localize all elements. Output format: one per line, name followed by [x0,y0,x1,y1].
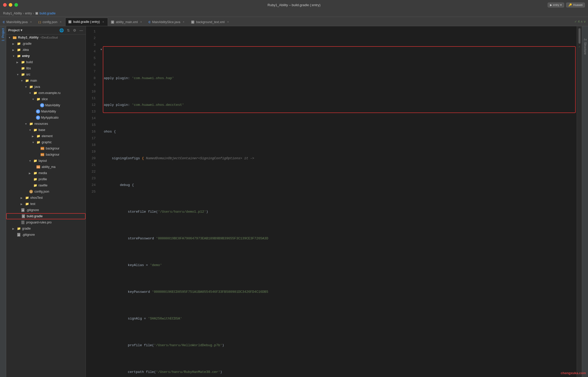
window-title: Ruby1_Ability – build.gradle (:entry) [268,3,320,7]
sidebar-icon-arrows[interactable]: ⇅ [66,28,70,33]
sidebar-item-mainability[interactable]: ▶ C MainAbility [6,108,86,115]
build-gradle-icon: G [21,214,25,218]
tab-mainability-java[interactable]: C MainAbility.java × [0,18,35,26]
sidebar-item-media[interactable]: ▶ 📁 media [6,170,86,176]
code-line-6: storeFile file('/Users/hanru/demo1.p12') [104,209,578,215]
project-folder-icon [13,35,17,40]
sidebar-item-base[interactable]: ▼ 📁 base [6,127,86,133]
sidebar-item-mainabilityslice[interactable]: ▶ C MainAbility [6,102,86,108]
tab-close-4[interactable]: × [139,20,143,24]
image-file-icon-1: IMG [40,146,44,150]
tab-ability-main-xml[interactable]: X ability_main.xml × [108,18,146,26]
code-line-7: storePassword '00000019BC8FA790647973EAB… [104,235,578,242]
tab-mainabilityslice-java[interactable]: C MainAbilitySlice.java × [146,18,188,26]
minimize-button[interactable] [9,3,12,7]
close-button[interactable] [3,3,7,7]
tab-build-gradle[interactable]: G build.gradle (:entry) × [65,18,108,26]
watermark: chengxuka.com [561,371,586,375]
proguard-icon [21,220,25,224]
svg-text:XML: XML [37,166,40,168]
sidebar-item-backgrour-2[interactable]: ▶ IMG backgrour [6,152,86,158]
sidebar-item-backgrour-1[interactable]: ▶ IMG backgrour [6,145,86,152]
svg-rect-9 [13,36,14,37]
tab-close-2[interactable]: × [59,20,62,24]
code-line-2: apply plugin: 'com.huawei.ohos.decctest' [104,102,578,108]
editor-content[interactable]: 1 2 3 4 5 6 7 8 9 10 11 12 13 14 15 16 1… [86,26,582,377]
sidebar-item-entry[interactable]: ▼ 📁 entry [6,53,86,59]
sidebar-item-gradle-folder[interactable]: ▶ 📁 gradle [6,225,86,232]
svg-text:.git: .git [22,210,24,211]
code-line-3: ohos { [104,128,578,135]
huawei-button[interactable]: 🔑 Huawei [566,3,585,7]
svg-text:IMG: IMG [41,154,44,156]
tab-close-3[interactable]: × [102,20,105,24]
sidebar-icon-minimize[interactable]: — [79,28,84,33]
sidebar-item-layout[interactable]: ▼ 📁 layout [6,158,86,164]
sidebar-item-test[interactable]: ▶ 📁 test [6,201,86,207]
project-tab[interactable]: 1: Project [1,28,5,41]
sidebar-icon-globe[interactable]: 🌐 [59,28,64,33]
sidebar-item-build-gradle[interactable]: ▶ G build.gradle [6,213,86,219]
sidebar-item-main[interactable]: ▼ 📁 main [6,78,86,84]
sidebar-item-libs[interactable]: ▶ 📁 libs [6,65,86,71]
sidebar-item-gradle-dir[interactable]: ▶ 📁 .gradle [6,41,86,47]
sidebar-item-profile[interactable]: ▶ 📁 profile [6,176,86,182]
sidebar-item-slice[interactable]: ▼ 📁 slice [6,96,86,102]
sidebar-item-idea[interactable]: ▶ 📁 .idea [6,47,86,53]
sidebar-item-graphic[interactable]: ▼ 📁 graphic [6,139,86,145]
code-line-10: signAlg = 'SHA256withECDSA' [104,315,578,322]
tab-config-json[interactable]: { } config.json × [35,18,65,26]
java-file-icon: C [3,21,5,24]
svg-text:.git: .git [18,234,20,236]
sidebar-item-java[interactable]: ▼ 📁 java [6,84,86,90]
sidebar-item-src[interactable]: ▼ 📁 src [6,71,86,78]
scrollbar-gutter: ✓ [577,26,582,377]
structure-tab[interactable]: Z: Structure [583,39,587,55]
java-file-icon-2: C [149,21,151,24]
sidebar-icon-gear[interactable]: ⚙ [72,28,77,33]
maximize-button[interactable] [14,3,18,7]
tab-background-text-xml[interactable]: X background_text.xml × [188,18,233,26]
sidebar-item-myapplication[interactable]: ▶ C MyApplicatio [6,115,86,121]
breadcrumb-part-3[interactable]: build.gradle [40,12,56,15]
line-numbers: 1 2 3 4 5 6 7 8 9 10 11 12 13 14 15 16 1… [86,26,99,377]
scrollbar-thumb[interactable] [578,28,581,44]
tab-close-1[interactable]: × [29,20,33,24]
sidebar-header: Project ▾ 🌐 ⇅ ⚙ — [6,26,86,34]
svg-text:{}: {} [31,191,32,193]
sidebar-item-gitignore-1[interactable]: ▶ .git .gitignore [6,207,86,213]
sidebar-item-root[interactable]: ▼ Ruby1_Ability ~/DevEcoStud [6,34,86,41]
breadcrumb-part-2[interactable]: entry [25,12,32,15]
sidebar-item-com-example[interactable]: ▼ 📁 com.example.ru [6,90,86,96]
sidebar-item-config-json[interactable]: ▶ {} config.json [6,188,86,195]
sidebar-item-build[interactable]: ▶ 📁 build [6,59,86,65]
code-line-12: certpath file('/Users/hanru/RubyHanMate3… [104,369,578,375]
sidebar-item-gitignore-root[interactable]: ▶ .git .gitignore [6,232,86,238]
sidebar-item-ability-ma[interactable]: ▶ XML ability_ma [6,164,86,170]
svg-text:X: X [192,21,194,23]
sidebar-item-ohostest[interactable]: ▶ 📁 ohosTest [6,195,86,201]
tab-counter: ✓ 4 ∧ ∨ [572,20,588,23]
tab-close-5[interactable]: × [182,20,185,24]
titlebar-actions: ▶ entry ▾ 🔑 Huawei [548,3,585,7]
gitignore-icon-root: .git [17,233,21,237]
sidebar-item-resources[interactable]: ▼ 📁 resources [6,121,86,127]
code-line-8: keyAlias = 'demo' [104,262,578,269]
entry-dropdown[interactable]: ▶ entry ▾ [548,3,564,7]
sidebar-tree: ▼ Ruby1_Ability ~/DevEcoStud ▶ 📁 .gradle… [6,34,86,377]
breadcrumb-part-1[interactable]: Ruby1_Ability [3,12,22,15]
code-line-9: keyPassword '000000196ECD8595F751A1BA055… [104,289,578,295]
sidebar-item-element[interactable]: ▶ 📁 element [6,133,86,139]
left-toolbar: 1: Project [0,26,6,377]
svg-text:G: G [23,215,24,217]
tab-close-6[interactable]: × [226,20,230,24]
editor: 1 2 3 4 5 6 7 8 9 10 11 12 13 14 15 16 1… [86,26,582,377]
sidebar-item-rawfile[interactable]: ▶ 📁 rawfile [6,182,86,188]
code-line-11: profile file('/Users/hanru/HelloWorldDeb… [104,342,578,349]
code-area[interactable]: apply plugin: 'com.huawei.ohos.hap' appl… [104,26,582,377]
sidebar: Project ▾ 🌐 ⇅ ⚙ — ▼ Ruby1_Ability ~/DevE… [6,26,86,377]
sidebar-item-proguard[interactable]: ▶ proguard-rules.pro [6,219,86,225]
image-file-icon-2: IMG [40,153,44,157]
svg-text:X: X [112,21,113,23]
gutter: ▼ [99,26,104,377]
